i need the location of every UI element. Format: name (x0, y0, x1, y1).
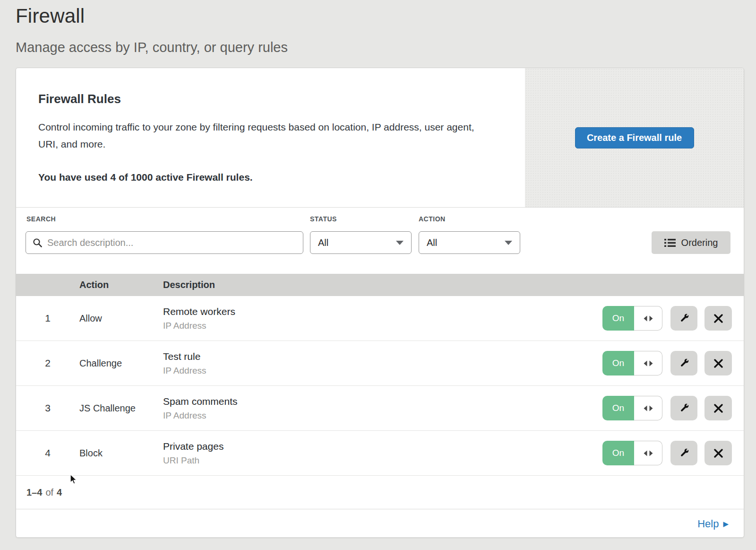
table-row: 4 Block Private pages URI Path On (16, 431, 744, 476)
card-footer: Help ▶ (16, 509, 744, 538)
toggle-handle[interactable] (634, 441, 662, 465)
help-link[interactable]: Help ▶ (697, 518, 729, 530)
filter-bar: SEARCH STATUS ACTION All All (16, 208, 744, 274)
close-icon (713, 403, 723, 413)
overview-text: Firewall Rules Control incoming traffic … (16, 68, 525, 207)
rule-match-type: IP Address (163, 366, 602, 376)
help-link-label: Help (697, 518, 719, 530)
left-right-arrows-icon (644, 405, 653, 411)
close-icon (713, 448, 723, 458)
pagination-total: 4 (57, 487, 62, 498)
search-icon (33, 238, 43, 248)
delete-rule-button[interactable] (704, 441, 732, 465)
pagination-range: 1–4 (26, 487, 42, 498)
rule-description: Private pages (163, 441, 602, 452)
rule-action: Challenge (79, 358, 163, 369)
overview-heading: Firewall Rules (38, 92, 506, 106)
page-title: Firewall (16, 5, 756, 27)
rule-priority: 2 (16, 358, 79, 369)
table-row: 3 JS Challenge Spam comments IP Address … (16, 386, 744, 431)
rule-priority: 4 (16, 447, 79, 459)
search-field[interactable] (26, 231, 303, 254)
usage-summary: You have used 4 of 1000 active Firewall … (38, 172, 506, 183)
overview-section: Firewall Rules Control incoming traffic … (16, 68, 744, 207)
list-ordering-icon (664, 238, 676, 247)
edit-rule-button[interactable] (670, 441, 697, 465)
wrench-icon (679, 402, 690, 414)
rule-action: Block (79, 448, 163, 459)
edit-rule-button[interactable] (670, 351, 697, 375)
rule-action: Allow (79, 313, 163, 324)
pagination: 1–4 of 4 (16, 476, 744, 509)
wrench-icon (679, 447, 690, 459)
rule-match-type: IP Address (163, 410, 602, 421)
wrench-icon (679, 358, 690, 369)
edit-rule-button[interactable] (670, 396, 697, 420)
rule-match-type: URI Path (163, 455, 602, 466)
table-row: 1 Allow Remote workers IP Address On (16, 296, 744, 341)
delete-rule-button[interactable] (704, 351, 732, 375)
chevron-down-icon (505, 241, 512, 245)
table-header: Action Description (16, 274, 744, 296)
page-header: Firewall Manage access by IP, country, o… (0, 0, 756, 55)
firewall-rules-card: Firewall Rules Control incoming traffic … (16, 68, 744, 538)
create-firewall-rule-button[interactable]: Create a Firewall rule (575, 127, 694, 148)
close-icon (713, 358, 723, 368)
toggle-on-segment[interactable]: On (602, 306, 634, 331)
ordering-button[interactable]: Ordering (652, 231, 730, 254)
rule-enabled-toggle[interactable]: On (602, 351, 662, 375)
action-select[interactable]: All (419, 231, 520, 254)
search-input[interactable] (47, 237, 296, 248)
rule-priority: 1 (16, 313, 79, 324)
status-label: STATUS (310, 215, 337, 223)
left-right-arrows-icon (644, 450, 653, 456)
rule-action: JS Challenge (79, 403, 163, 414)
delete-rule-button[interactable] (704, 396, 732, 420)
toggle-on-segment[interactable]: On (602, 351, 634, 375)
status-select-value: All (318, 237, 328, 248)
delete-rule-button[interactable] (704, 306, 732, 331)
action-label: ACTION (419, 215, 446, 223)
column-header-description: Description (163, 279, 744, 290)
rule-enabled-toggle[interactable]: On (602, 306, 662, 331)
close-icon (713, 314, 723, 323)
rule-enabled-toggle[interactable]: On (602, 396, 662, 420)
chevron-down-icon (396, 241, 404, 245)
overview-description: Control incoming traffic to your zone by… (38, 119, 487, 153)
rule-description: Spam comments (163, 396, 602, 407)
page-subtitle: Manage access by IP, country, or query r… (16, 40, 756, 55)
overview-aside-panel: Create a Firewall rule (525, 68, 744, 207)
left-right-arrows-icon (644, 315, 653, 322)
rule-match-type: IP Address (163, 321, 602, 331)
toggle-handle[interactable] (634, 396, 662, 420)
action-select-value: All (427, 237, 437, 248)
status-select[interactable]: All (310, 231, 412, 254)
toggle-on-segment[interactable]: On (602, 396, 634, 420)
rule-description: Test rule (163, 351, 602, 362)
column-header-action: Action (79, 279, 163, 290)
ordering-button-label: Ordering (681, 237, 718, 248)
table-row: 2 Challenge Test rule IP Address On (16, 341, 744, 386)
edit-rule-button[interactable] (670, 306, 697, 331)
rule-enabled-toggle[interactable]: On (602, 441, 662, 465)
toggle-handle[interactable] (634, 306, 662, 331)
rule-priority: 3 (16, 402, 79, 414)
toggle-on-segment[interactable]: On (602, 441, 634, 465)
left-right-arrows-icon (644, 360, 653, 367)
rule-description: Remote workers (163, 306, 602, 317)
toggle-handle[interactable] (634, 351, 662, 375)
pagination-of: of (45, 487, 53, 498)
search-label: SEARCH (26, 215, 56, 223)
wrench-icon (679, 313, 690, 324)
arrow-right-icon: ▶ (723, 520, 729, 527)
